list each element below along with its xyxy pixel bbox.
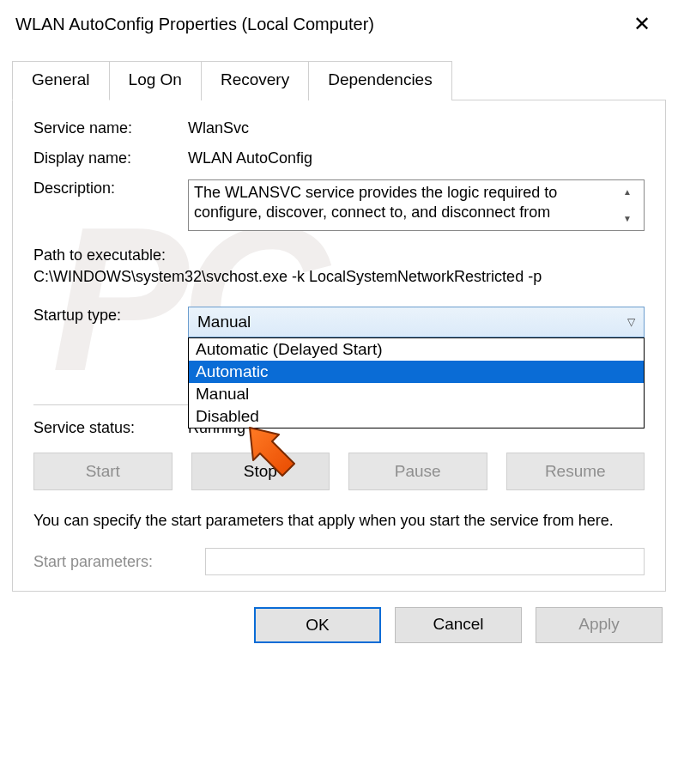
dialog-buttons: OK Cancel Apply (0, 592, 678, 643)
description-label: Description: (33, 179, 188, 198)
close-icon[interactable]: ✕ (623, 9, 661, 40)
tab-strip: General Log On Recovery Dependencies (12, 60, 666, 100)
window-title: WLAN AutoConfig Properties (Local Comput… (15, 15, 374, 34)
display-name-label: Display name: (33, 149, 188, 167)
display-name-value: WLAN AutoConfig (188, 149, 645, 167)
resume-button: Resume (506, 453, 645, 490)
startup-type-label: Startup type: (33, 307, 188, 325)
dropdown-item-automatic[interactable]: Automatic (189, 361, 644, 383)
startup-type-dropdown: Automatic (Delayed Start) Automatic Manu… (188, 337, 645, 428)
start-params-input (205, 548, 645, 575)
start-params-help: You can specify the start parameters tha… (33, 511, 645, 531)
general-panel: Service name: WlanSvc Display name: WLAN… (12, 100, 666, 592)
apply-button: Apply (536, 607, 663, 643)
cancel-button[interactable]: Cancel (395, 607, 522, 643)
tab-dependencies[interactable]: Dependencies (308, 61, 451, 100)
ok-button[interactable]: OK (254, 607, 381, 643)
service-status-label: Service status: (33, 419, 188, 437)
path-label: Path to executable: (33, 246, 645, 264)
dropdown-item-automatic-delayed[interactable]: Automatic (Delayed Start) (189, 338, 644, 361)
chevron-down-icon: ▽ (627, 316, 635, 328)
service-name-label: Service name: (33, 119, 188, 137)
description-box: The WLANSVC service provides the logic r… (188, 179, 645, 231)
title-bar: WLAN AutoConfig Properties (Local Comput… (0, 0, 678, 45)
service-name-value: WlanSvc (188, 119, 645, 137)
description-scrollbar[interactable]: ▲ ▼ (616, 183, 639, 228)
tab-recovery[interactable]: Recovery (201, 61, 309, 100)
startup-type-selected: Manual (197, 313, 251, 331)
scroll-down-icon[interactable]: ▼ (616, 211, 639, 226)
pause-button: Pause (348, 453, 487, 490)
dropdown-item-disabled[interactable]: Disabled (189, 405, 644, 428)
tab-general[interactable]: General (12, 61, 110, 100)
path-value: C:\WINDOWS\system32\svchost.exe -k Local… (33, 268, 645, 286)
stop-button[interactable]: Stop (191, 453, 330, 490)
description-text: The WLANSVC service provides the logic r… (194, 183, 616, 228)
startup-type-combo[interactable]: Manual ▽ (188, 307, 645, 337)
start-button: Start (33, 453, 173, 490)
start-params-label: Start parameters: (33, 553, 205, 571)
tab-log-on[interactable]: Log On (109, 61, 202, 100)
dropdown-item-manual[interactable]: Manual (189, 383, 644, 405)
scroll-up-icon[interactable]: ▲ (616, 185, 639, 199)
